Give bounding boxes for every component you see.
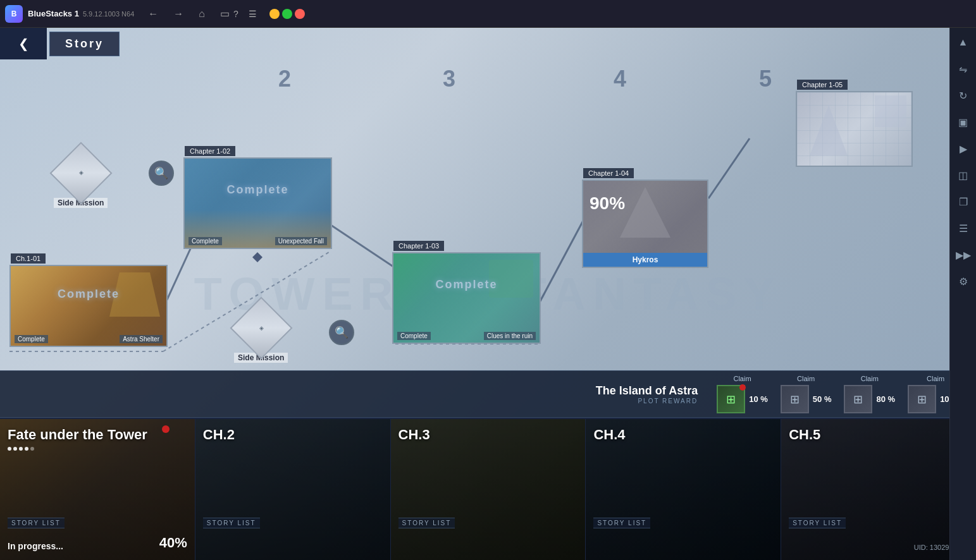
ch105-label: Chapter 1-05 [797,80,848,90]
ch1-story-list: STORY LIST [8,518,65,528]
ch103-name: Clues in the ruin [484,332,536,340]
reward-bar: The Island of Astra PLOT REWARD Claim ⊞ … [0,370,976,418]
bottom-chapter-1[interactable]: Fate under the Tower STORY LIST In progr… [0,419,195,560]
sidebar-icon-1[interactable]: ▲ [954,33,973,52]
app-logo: B [5,5,23,23]
side-mission-1-diamond: ◈ [49,142,112,205]
reward-2-claim: Claim [797,375,815,382]
menu-icon[interactable]: ☰ [249,9,257,19]
ch3-story-list: STORY LIST [398,518,455,528]
side-mission-1[interactable]: ◈ Side Mission [54,151,108,208]
sidebar-icon-multi[interactable]: ❐ [954,192,973,211]
chapter-1-03-card[interactable]: Chapter 1-03 Complete Complete Clues in … [392,252,541,344]
ch103-status: Complete [397,332,431,340]
ch104-name-bar: Hykros [583,253,707,267]
sidebar-icon-refresh[interactable]: ↻ [954,86,973,105]
nav-buttons: ← → ⌂ ▭ [144,6,233,21]
map-number-2: 2 [278,66,291,92]
back-button[interactable]: ❮ [0,28,47,59]
ch3-content: CH.3 [391,419,586,560]
ch2-content: CH.2 [195,419,390,560]
sidebar-icon-screenshot[interactable]: ▣ [954,113,973,131]
sidebar-icon-game[interactable]: ▶ [954,139,973,158]
reward-1-row: ⊞ 10 % [717,385,768,413]
side-mission-2[interactable]: ◈ Side Mission [234,306,288,363]
reward-title: The Island of Astra [596,384,698,398]
sidebar-icon-settings[interactable]: ⚙ [954,272,973,291]
sidebar-icon-expand[interactable]: ⇋ [954,59,973,78]
ch103-label: Chapter 1-03 [393,241,444,251]
ch101-status: Complete [15,335,48,343]
nav-multi-button[interactable]: ▭ [216,6,233,21]
dot-2 [13,447,17,451]
ch102-label: Chapter 1-02 [185,146,235,156]
reward-items: Claim ⊞ 10 % Claim ⊞ [717,375,963,413]
reward-item-3[interactable]: Claim ⊞ 80 % [844,375,895,413]
ch1-status: In progress... [8,541,63,551]
story-title: Story [49,32,120,56]
chapter-1-04-card[interactable]: Chapter 1-04 90% Hykros [582,180,708,268]
ch4-content: CH.4 [586,419,781,560]
reward-4-box: ⊞ [908,385,936,413]
ch102-status: Complete [188,237,222,245]
ch102-complete-text: Complete [226,183,288,197]
ch104-percent: 90% [590,193,625,214]
nav-back-button[interactable]: ← [144,7,162,21]
reward-3-row: ⊞ 80 % [844,385,895,413]
bottom-chapter-2[interactable]: CH.2 STORY LIST [195,419,391,560]
chapter-1-01-card[interactable]: Ch.1-01 Complete Complete Astra Shelter [9,265,168,347]
dot-3 [19,447,23,451]
reward-title-area: The Island of Astra PLOT REWARD [596,384,698,405]
ch5-story-list: STORY LIST [789,518,846,528]
map-number-3: 3 [443,66,455,92]
nav-home-button[interactable]: ⌂ [195,7,209,21]
game-area: TOWER OF FANTASY ❮ Story 2 3 4 [0,28,976,560]
reward-2-percent: 50 % [813,394,832,404]
bottom-chapter-3[interactable]: CH.3 STORY LIST [391,419,586,560]
search-button-1[interactable]: 🔍 [149,161,174,186]
bottom-strip: Fate under the Tower STORY LIST In progr… [0,418,976,560]
ch105-image [797,92,911,166]
ch2-story-list: STORY LIST [203,518,260,528]
chapter-1-02-card[interactable]: Chapter 1-02 Complete Complete Unexpecte… [183,157,332,249]
maximize-button[interactable] [282,9,292,19]
game-header: ❮ Story [0,28,976,59]
help-icon[interactable]: ? [233,9,238,19]
ch1-percent: 40% [159,535,187,551]
close-button[interactable] [295,9,305,19]
ch5-content: CH.5 [781,419,976,560]
ch2-title: CH.2 [203,427,383,443]
reward-1-box: ⊞ [717,385,745,413]
reward-4-claim: Claim [927,375,944,382]
bottom-chapter-4[interactable]: CH.4 STORY LIST [586,419,781,560]
reward-3-box: ⊞ [844,385,872,413]
reward-item-1[interactable]: Claim ⊞ 10 % [717,375,768,413]
ch104-label: Chapter 1-04 [583,168,634,178]
chapter-1-05-card[interactable]: Chapter 1-05 [796,91,913,167]
main-container: TOWER OF FANTASY ❮ Story 2 3 4 [0,28,976,560]
sidebar-icon-macro[interactable]: ▶▶ [954,245,973,264]
sidebar-icon-layers[interactable]: ☰ [954,219,973,238]
ch102-name: Unexpected Fall [275,237,327,245]
app-name: BlueStacks 1 [28,9,79,18]
ch1-dots [8,447,187,451]
sidebar-icon-keyboard[interactable]: ◫ [954,166,973,185]
ch1-title: Fate under the Tower [8,427,187,443]
ch4-title: CH.4 [593,427,773,443]
map-number-4: 4 [614,66,626,92]
title-bar-icons: ? ☰ [233,9,257,19]
nav-forward-button[interactable]: → [170,7,187,21]
bottom-chapter-5[interactable]: CH.5 STORY LIST UID: 1302978576 [781,419,976,560]
dot-4 [25,447,28,451]
svg-marker-7 [252,252,263,262]
reward-3-claim: Claim [861,375,879,382]
reward-1-percent: 10 % [749,394,768,404]
minimize-button[interactable] [269,9,280,19]
reward-item-2[interactable]: Claim ⊞ 50 % [781,375,832,413]
dot-1 [8,447,11,451]
search-button-2[interactable]: 🔍 [329,320,354,345]
ch103-footer: Complete Clues in the ruin [393,329,540,343]
reward-1-claim: Claim [733,375,751,382]
ch1-red-dot [162,425,170,433]
reward-3-percent: 80 % [876,394,895,404]
